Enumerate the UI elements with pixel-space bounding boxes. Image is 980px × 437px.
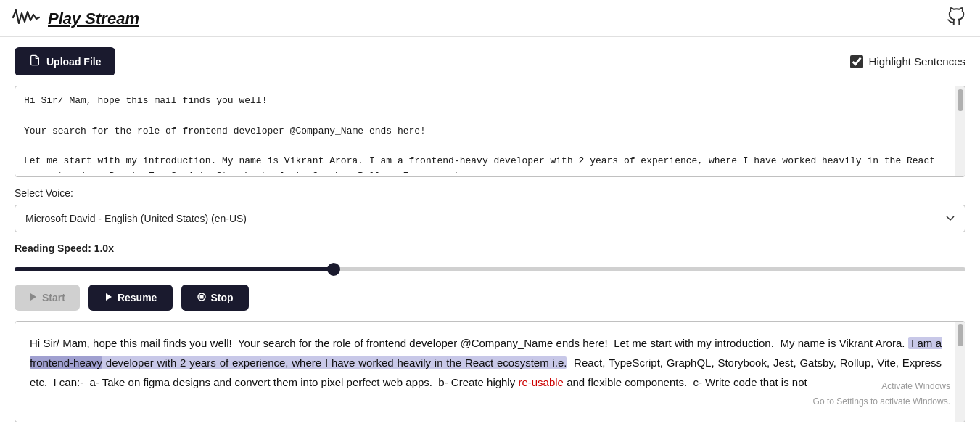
highlighted-word: frontend-heavy xyxy=(30,356,102,369)
upload-label: Upload File xyxy=(46,56,101,68)
red-word-reusable: re-usable xyxy=(518,376,564,388)
speed-value: 1.0x xyxy=(94,242,114,254)
speed-label: Reading Speed: 1.0x xyxy=(15,242,965,254)
speed-label-text: Reading Speed: xyxy=(15,242,94,254)
stop-icon xyxy=(197,292,206,303)
activate-windows-settings: Go to Settings to activate Windows. xyxy=(813,394,950,410)
slider-wrapper xyxy=(15,261,965,274)
highlight-sentences-label[interactable]: Highlight Sentences xyxy=(850,55,965,68)
app-title: Play Stream xyxy=(48,9,139,28)
main-content: Upload File Highlight Sentences Hi Sir/ … xyxy=(0,37,980,433)
file-icon xyxy=(29,54,41,68)
reading-display: Hi Sir/ Mam, hope this mail finds you we… xyxy=(15,321,965,422)
activate-windows-text: Activate Windows xyxy=(813,379,950,395)
toolbar-row: Upload File Highlight Sentences xyxy=(15,47,965,75)
stop-button[interactable]: Stop xyxy=(181,285,249,311)
start-label: Start xyxy=(42,292,65,303)
windows-activate-notice: Activate Windows Go to Settings to activ… xyxy=(813,379,950,410)
resume-label: Resume xyxy=(118,292,157,303)
display-scrollbar xyxy=(955,322,965,422)
header-left: Play Stream xyxy=(12,7,139,30)
controls-row: Start Resume Stop xyxy=(15,285,965,311)
text-area-wrapper: Hi Sir/ Mam, hope this mail finds you we… xyxy=(15,86,965,177)
resume-icon xyxy=(104,292,113,303)
text-input[interactable]: Hi Sir/ Mam, hope this mail finds you we… xyxy=(15,86,965,173)
voice-select[interactable]: Microsoft David - English (United States… xyxy=(15,205,965,232)
resume-button[interactable]: Resume xyxy=(88,285,173,311)
reading-text-before: Hi Sir/ Mam, hope this mail finds you we… xyxy=(30,337,908,349)
upload-file-button[interactable]: Upload File xyxy=(15,47,115,75)
waveform-icon xyxy=(12,7,41,30)
svg-marker-0 xyxy=(30,293,36,301)
svg-marker-1 xyxy=(106,293,112,301)
display-scrollbar-thumb xyxy=(958,324,963,346)
header: Play Stream xyxy=(0,0,980,37)
highlight-sentences-text: Highlight Sentences xyxy=(869,55,965,68)
highlight-sentences-checkbox[interactable] xyxy=(850,55,863,68)
github-icon[interactable] xyxy=(947,7,965,30)
stop-label: Stop xyxy=(210,292,233,303)
start-button[interactable]: Start xyxy=(15,285,80,311)
speed-slider[interactable] xyxy=(15,267,965,271)
scrollbar xyxy=(955,86,965,176)
start-icon xyxy=(29,292,38,303)
scrollbar-thumb xyxy=(958,89,963,111)
voice-select-label: Select Voice: xyxy=(15,187,965,199)
svg-rect-3 xyxy=(200,295,204,299)
